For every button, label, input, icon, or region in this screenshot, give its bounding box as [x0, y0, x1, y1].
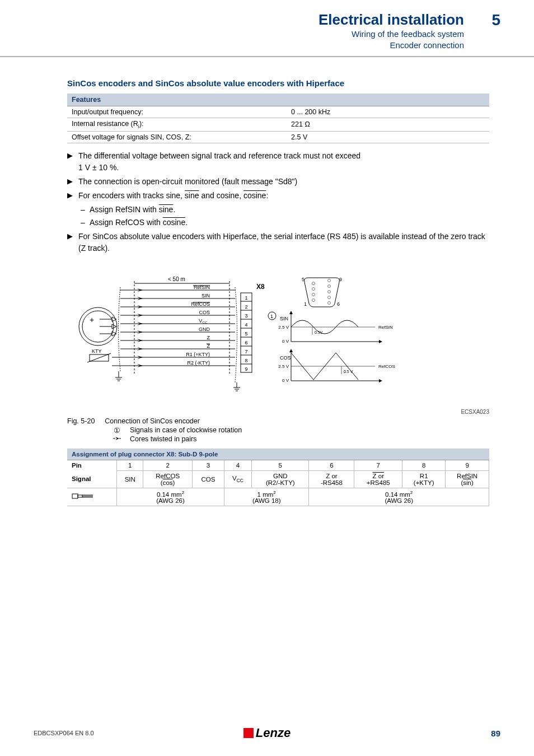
pin-assignment-table: Assignment of plug connector X8: Sub-D 9…	[67, 449, 489, 507]
cell: 5	[252, 460, 309, 470]
svg-text:COS: COS	[280, 355, 291, 361]
section-title: SinCos encoders and SinCos absolute valu…	[67, 78, 489, 88]
feature-key: Internal resistance (Ri):	[67, 118, 287, 132]
feature-val: 221 Ω	[287, 118, 489, 132]
svg-text:X8: X8	[256, 283, 265, 291]
cell: 1 mm2(AWG 18)	[224, 488, 309, 506]
svg-text:4: 4	[245, 322, 247, 328]
main-content: SinCos encoders and SinCos absolute valu…	[67, 78, 489, 506]
header-sub2: Encoder connection	[318, 40, 464, 51]
header-text-block: Electrical installation Wiring of the fe…	[318, 11, 464, 50]
svg-text:7: 7	[245, 349, 247, 354]
list-item: ▶ For encoders with tracks sine, sine an…	[67, 190, 489, 202]
legend-text: Cores twisted in pairs	[130, 435, 197, 443]
page-footer: EDBCSXP064 EN 8.0 Lenze 89	[0, 726, 534, 740]
svg-text:0 V: 0 V	[282, 378, 289, 383]
wiring-diagram: + KTY < 50 m RefSIN SIN RefCOS COS VCC	[67, 262, 425, 408]
cell: 0.14 mm2(AWG 26)	[116, 488, 224, 506]
svg-point-84	[328, 301, 331, 304]
svg-text:RefSIN: RefSIN	[378, 325, 393, 330]
svg-marker-104	[289, 349, 293, 352]
svg-marker-95	[379, 340, 382, 343]
bullet-list: ▶ The differential voltage between signa…	[67, 150, 489, 254]
svg-text:9: 9	[339, 277, 342, 282]
figure-legend-item: ① Signals in case of clockwise rotation	[112, 426, 489, 435]
cell: 9	[446, 460, 489, 470]
bullet-icon: ▶	[67, 150, 78, 161]
table-row: Pin 1 2 3 4 5 6 7 8 9	[67, 460, 489, 470]
table-row: Input/output frequency: 0 ... 200 kHz	[67, 106, 489, 118]
pin-row-label: Pin	[67, 460, 116, 470]
svg-point-82	[328, 290, 331, 293]
svg-rect-116	[72, 494, 78, 498]
cell: 2	[143, 460, 192, 470]
cell: SIN	[116, 470, 143, 488]
brand-logo: Lenze	[243, 726, 291, 740]
svg-text:< 50 m: < 50 m	[168, 276, 185, 282]
figure-container: + KTY < 50 m RefSIN SIN RefCOS COS VCC	[67, 262, 489, 408]
svg-text:1: 1	[245, 295, 247, 301]
svg-point-83	[328, 296, 331, 298]
svg-text:5: 5	[302, 277, 305, 282]
svg-text:KTY: KTY	[92, 348, 102, 354]
svg-text:0 V: 0 V	[282, 339, 289, 344]
svg-marker-106	[379, 379, 382, 382]
cell: 3	[192, 460, 224, 470]
wire-connector-icon	[72, 492, 94, 501]
svg-text:2: 2	[245, 304, 247, 310]
svg-point-81	[328, 284, 331, 287]
list-item: ▶ The differential voltage between signa…	[67, 150, 489, 174]
header-sub1: Wiring of the feedback system	[318, 29, 464, 40]
features-table: Features Input/output frequency: 0 ... 2…	[67, 94, 489, 143]
svg-text:+: +	[90, 315, 94, 324]
bullet-text: For encoders with tracks sine, sine and …	[78, 190, 489, 202]
svg-text:1: 1	[304, 301, 307, 307]
page-header: Electrical installation Wiring of the fe…	[0, 11, 534, 50]
header-title: Electrical installation	[318, 11, 464, 29]
bullet-icon: ▶	[67, 231, 78, 242]
cell: GND(R2/-KTY)	[252, 470, 309, 488]
figure-legend-item: Cores twisted in pairs	[112, 435, 489, 443]
wire-icon-cell	[67, 488, 116, 506]
feature-key: Offset voltage for signals SIN, COS, Z:	[67, 131, 287, 143]
svg-marker-93	[289, 311, 293, 314]
subitem-text: Assign RefCOS with cosine.	[90, 217, 188, 228]
cell: R1(+KTY)	[402, 470, 446, 488]
bullet-icon: ▶	[67, 176, 78, 187]
legend-symbol-twist-icon	[112, 435, 122, 443]
bullet-icon: ▶	[67, 190, 78, 201]
cell: Z or+RS485	[354, 470, 402, 488]
legend-text: Signals in case of clockwise rotation	[130, 426, 242, 435]
brand-square-icon	[243, 728, 254, 738]
svg-text:R2 (-KTY): R2 (-KTY)	[188, 360, 210, 366]
table-row: 0.14 mm2(AWG 26) 1 mm2(AWG 18) 0.14 mm2(…	[67, 488, 489, 506]
features-header: Features	[67, 94, 489, 106]
feature-val: 2.5 V	[287, 131, 489, 143]
svg-text:GND: GND	[199, 326, 210, 332]
cell: 8	[402, 460, 446, 470]
svg-text:0.5 V: 0.5 V	[344, 370, 353, 374]
feature-val: 0 ... 200 kHz	[287, 106, 489, 118]
svg-rect-117	[78, 495, 82, 497]
feature-key: Input/output frequency:	[67, 106, 287, 118]
svg-text:SIN: SIN	[280, 316, 288, 321]
figure-code: ECSXA023	[67, 409, 489, 415]
svg-point-76	[312, 282, 315, 284]
figure-label: Fig. 5-20	[67, 417, 95, 425]
signal-row-label: Signal	[67, 470, 116, 488]
svg-point-80	[328, 279, 331, 282]
svg-text:Z: Z	[207, 335, 210, 340]
subitem-text: Assign RefSIN with sine.	[90, 204, 175, 216]
table-row: Offset voltage for signals SIN, COS, Z: …	[67, 131, 489, 143]
svg-text:6: 6	[245, 340, 247, 346]
cell: COS	[192, 470, 224, 488]
svg-text:9: 9	[245, 366, 247, 372]
page-number: 89	[291, 729, 500, 738]
cell: VCC	[224, 470, 252, 488]
pins-title: Assignment of plug connector X8: Sub-D 9…	[67, 449, 489, 460]
svg-marker-6	[112, 324, 116, 329]
svg-text:5: 5	[245, 331, 247, 337]
cell: Z or-RS458	[309, 470, 354, 488]
cell: RefSIN (sin)	[446, 470, 489, 488]
svg-text:6: 6	[337, 301, 340, 307]
